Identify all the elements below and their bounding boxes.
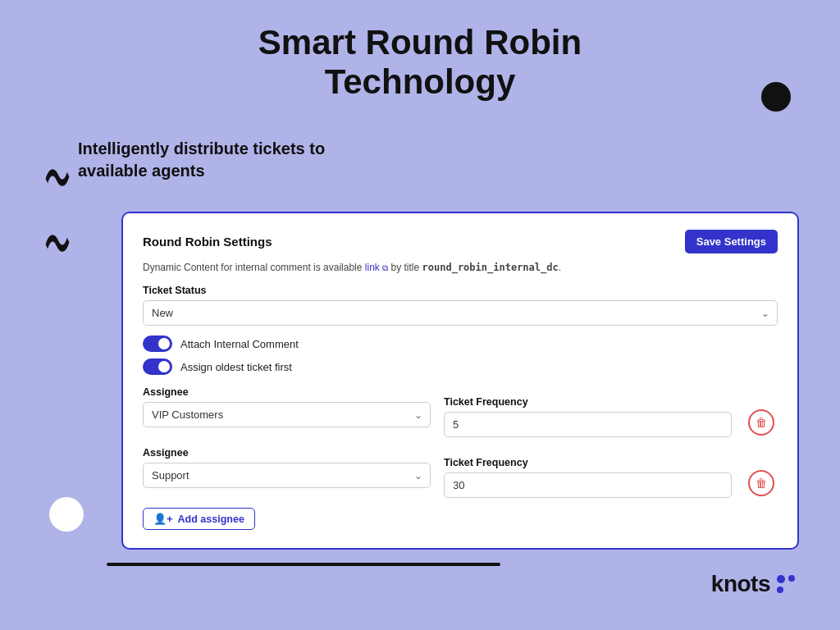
frequency-col-1: Ticket Frequency (444, 396, 732, 437)
assignee-label-2: Assignee (143, 447, 431, 459)
subtitle: Intelligently distribute tickets to avai… (78, 138, 325, 182)
add-person-icon: 👤+ (153, 513, 173, 525)
knots-dot-bl (777, 587, 783, 593)
assignee-select-2[interactable]: VIP Customers Support (143, 463, 431, 488)
frequency-col-2: Ticket Frequency (444, 457, 732, 498)
ticket-frequency-input-1[interactable] (444, 412, 732, 437)
assignee-label-1: Assignee (143, 386, 431, 398)
assign-oldest-ticket-label: Assign oldest ticket first (180, 361, 292, 373)
ticket-frequency-label-2: Ticket Frequency (444, 457, 732, 468)
delete-assignee-button-2[interactable]: 🗑 (748, 470, 774, 496)
knots-logo-text: knots (711, 571, 770, 597)
assignee-row-1: Assignee VIP Customers Support ⌄ Ticket … (143, 386, 778, 437)
delete-col-2: 🗑 (745, 470, 778, 498)
assignee-select-wrapper-2: VIP Customers Support ⌄ (143, 463, 431, 488)
knots-logo-dots (777, 575, 795, 593)
trash-icon-1: 🗑 (756, 416, 767, 429)
info-link[interactable]: link ⧉ (365, 262, 391, 273)
add-assignee-button[interactable]: 👤+ Add assignee (143, 508, 255, 530)
delete-assignee-button-1[interactable]: 🗑 (748, 409, 774, 436)
trash-icon-2: 🗑 (756, 477, 767, 490)
ticket-status-wrapper: New Open Pending Solved ⌄ (143, 300, 778, 326)
card-title: Round Robin Settings (143, 235, 272, 249)
info-text: Dynamic Content for internal comment is … (143, 262, 778, 273)
knots-dot-tl (777, 575, 785, 583)
attach-internal-comment-toggle[interactable] (143, 336, 172, 352)
attach-internal-comment-row: Attach Internal Comment (143, 336, 778, 352)
card-header: Round Robin Settings Save Settings (143, 230, 778, 253)
assignee-col-1: Assignee VIP Customers Support ⌄ (143, 386, 431, 437)
assignee-col-2: Assignee VIP Customers Support ⌄ (143, 447, 431, 498)
settings-card: Round Robin Settings Save Settings Dynam… (121, 212, 799, 550)
ticket-status-label: Ticket Status (143, 285, 778, 296)
assignee-select-1[interactable]: VIP Customers Support (143, 402, 431, 427)
delete-col-1: 🗑 (745, 409, 778, 437)
deco-circle-bottom-left (49, 497, 84, 532)
attach-internal-comment-label: Attach Internal Comment (180, 338, 299, 350)
header-section: Smart Round Robin Technology (0, 23, 840, 103)
knots-dot-tr (788, 575, 795, 582)
assign-oldest-ticket-row: Assign oldest ticket first (143, 358, 778, 375)
ticket-frequency-label-1: Ticket Frequency (444, 396, 732, 408)
toggle-knob (158, 338, 170, 349)
assign-oldest-ticket-toggle[interactable] (143, 358, 172, 375)
knots-logo: knots (711, 571, 795, 597)
save-settings-button[interactable]: Save Settings (685, 230, 778, 253)
deco-line-bottom (107, 563, 500, 566)
main-title: Smart Round Robin Technology (0, 23, 840, 103)
assignee-select-wrapper-1: VIP Customers Support ⌄ (143, 402, 431, 427)
deco-squiggle-left: 〜〜 (44, 148, 71, 279)
ticket-frequency-input-2[interactable] (444, 472, 732, 498)
ticket-status-select[interactable]: New Open Pending Solved (143, 300, 778, 326)
assignee-row-2: Assignee VIP Customers Support ⌄ Ticket … (143, 447, 778, 498)
toggle-knob-2 (158, 361, 170, 372)
external-link-icon: ⧉ (382, 263, 388, 272)
